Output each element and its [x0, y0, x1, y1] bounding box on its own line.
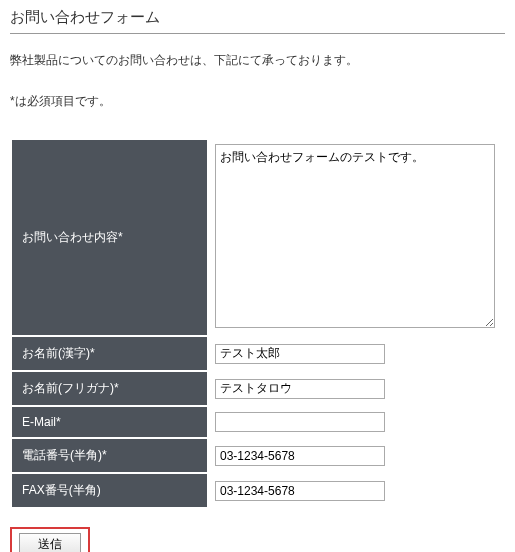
required-note: *は必須項目です。 [10, 93, 505, 110]
submit-button[interactable]: 送信 [19, 533, 81, 552]
label-content: お問い合わせ内容* [12, 140, 207, 335]
tel-input[interactable] [215, 446, 385, 466]
label-email: E-Mail* [12, 407, 207, 437]
name-kanji-input[interactable] [215, 344, 385, 364]
submit-highlight: 送信 [10, 527, 90, 552]
label-tel: 電話番号(半角)* [12, 439, 207, 472]
label-name-kana: お名前(フリガナ)* [12, 372, 207, 405]
page-title: お問い合わせフォーム [10, 8, 505, 34]
email-input[interactable] [215, 412, 385, 432]
label-name-kanji: お名前(漢字)* [12, 337, 207, 370]
fax-input[interactable] [215, 481, 385, 501]
contact-form-table: お問い合わせ内容* お名前(漢字)* お名前(フリガナ)* E-Mail* 電話… [10, 138, 505, 509]
label-fax: FAX番号(半角) [12, 474, 207, 507]
content-textarea[interactable] [215, 144, 495, 328]
name-kana-input[interactable] [215, 379, 385, 399]
intro-text: 弊社製品についてのお問い合わせは、下記にて承っております。 [10, 52, 505, 69]
